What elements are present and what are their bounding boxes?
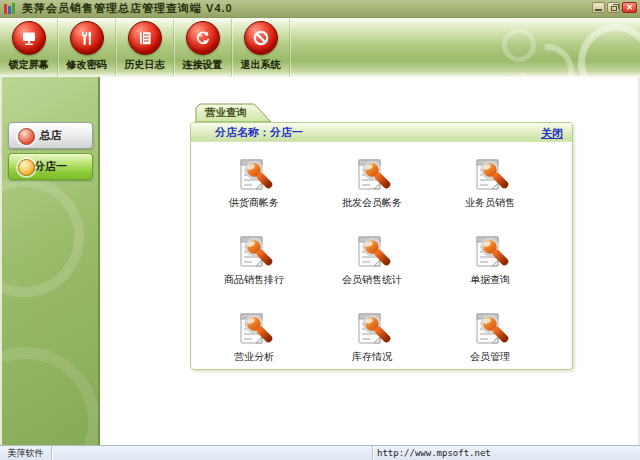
document-magnifier-icon [470,312,510,350]
sidebar-item-branch-one[interactable]: 分店一 [8,153,93,180]
grid-item-inventory-status[interactable]: 库存情况 [313,312,431,370]
toolbar-button-change-password[interactable]: 修改密码 [58,18,116,77]
grid-item-supplier-accounts[interactable]: 供货商帐务 [195,158,313,235]
decorative-ring-icon [2,347,100,445]
company-label: 美萍软件 [8,447,44,460]
statusbar-url: http://www.mpsoft.net [373,446,640,460]
content-area: 总店 分店一 营业查询 分店名称：分店一 关闭 供货商帐务 [0,77,640,445]
status-bar: 美萍软件 http://www.mpsoft.net [0,445,640,460]
toolbar-button-lock-screen[interactable]: 锁定屏幕 [0,18,58,77]
grid-item-label: 单据查询 [470,273,510,287]
app-logo-icon [4,3,16,15]
sync-arrows-icon [186,21,220,55]
monitor-icon [12,21,46,55]
grid-item-label: 会员管理 [470,350,510,364]
app-window: 美萍会员销售管理总店管理查询端 V4.0 ✕ 锁定屏幕 修改密码 历史日志 [0,0,640,460]
toolbar-button-connection-settings[interactable]: 连接设置 [174,18,232,77]
window-border [0,77,2,445]
branch-query-panel: 分店名称：分店一 关闭 供货商帐务 批发会员帐务 业务员销售 [190,122,573,370]
close-icon: ✕ [626,3,633,12]
sidebar-item-head-store[interactable]: 总店 [8,122,93,149]
document-magnifier-icon [234,312,274,350]
grid-item-salesman-sales[interactable]: 业务员销售 [431,158,549,235]
grid-item-label: 供货商帐务 [229,196,279,210]
grid-item-business-analysis[interactable]: 营业分析 [195,312,313,370]
grid-item-label: 营业分析 [234,350,274,364]
toolbar: 锁定屏幕 修改密码 历史日志 连接设置 退出系统 [0,18,640,77]
tab-business-query[interactable]: 营业查询 [195,103,273,123]
report-icon-grid: 供货商帐务 批发会员帐务 业务员销售 商品销售排行 会员销售统计 [191,142,572,370]
sidebar-item-label: 分店一 [34,159,67,174]
title-bar: 美萍会员销售管理总店管理查询端 V4.0 ✕ [0,0,640,18]
store-sidebar: 总店 分店一 [2,77,100,445]
panel-title: 分店名称：分店一 [215,125,303,140]
toolbar-button-label: 历史日志 [125,58,165,72]
toolbar-button-exit-system[interactable]: 退出系统 [232,18,290,77]
close-panel-link[interactable]: 关闭 [541,126,563,141]
tab-label: 营业查询 [195,106,257,120]
grid-item-label: 库存情况 [352,350,392,364]
toolbar-items: 锁定屏幕 修改密码 历史日志 连接设置 退出系统 [0,18,640,77]
statusbar-spacer [52,446,373,460]
toolbar-button-label: 退出系统 [241,58,281,72]
document-magnifier-icon [352,312,392,350]
restore-button[interactable] [607,2,620,13]
logbook-icon [128,21,162,55]
minimize-icon [595,9,602,11]
decorative-ring-icon [2,177,84,297]
document-magnifier-icon [470,158,510,196]
grid-item-label: 商品销售排行 [224,273,284,287]
toolbar-button-label: 修改密码 [67,58,107,72]
grid-item-label: 业务员销售 [465,196,515,210]
grid-item-member-sales-stats[interactable]: 会员销售统计 [313,235,431,312]
document-magnifier-icon [234,235,274,273]
close-button[interactable]: ✕ [622,2,637,13]
toolbar-button-label: 连接设置 [183,58,223,72]
document-magnifier-icon [352,158,392,196]
grid-item-label: 批发会员帐务 [342,196,402,210]
red-ball-icon [18,128,35,145]
window-title: 美萍会员销售管理总店管理查询端 V4.0 [22,1,233,16]
no-entry-icon [244,21,278,55]
grid-item-label: 会员销售统计 [342,273,402,287]
statusbar-company: 美萍软件 [0,446,52,460]
sidebar-item-label: 总店 [40,128,62,143]
url-text: http://www.mpsoft.net [377,448,491,458]
grid-item-receipt-query[interactable]: 单据查询 [431,235,549,312]
toolbar-button-label: 锁定屏幕 [9,58,49,72]
document-magnifier-icon [470,235,510,273]
window-controls: ✕ [592,2,637,13]
grid-item-member-management[interactable]: 会员管理 [431,312,549,370]
toolbar-button-history-log[interactable]: 历史日志 [116,18,174,77]
orange-ball-icon [18,159,35,176]
restore-icon [611,6,617,11]
tools-icon [70,21,104,55]
minimize-button[interactable] [592,2,605,13]
grid-item-wholesale-member-accounts[interactable]: 批发会员帐务 [313,158,431,235]
document-magnifier-icon [352,235,392,273]
document-magnifier-icon [234,158,274,196]
grid-item-product-sales-ranking[interactable]: 商品销售排行 [195,235,313,312]
panel-header: 分店名称：分店一 关闭 [191,123,572,142]
